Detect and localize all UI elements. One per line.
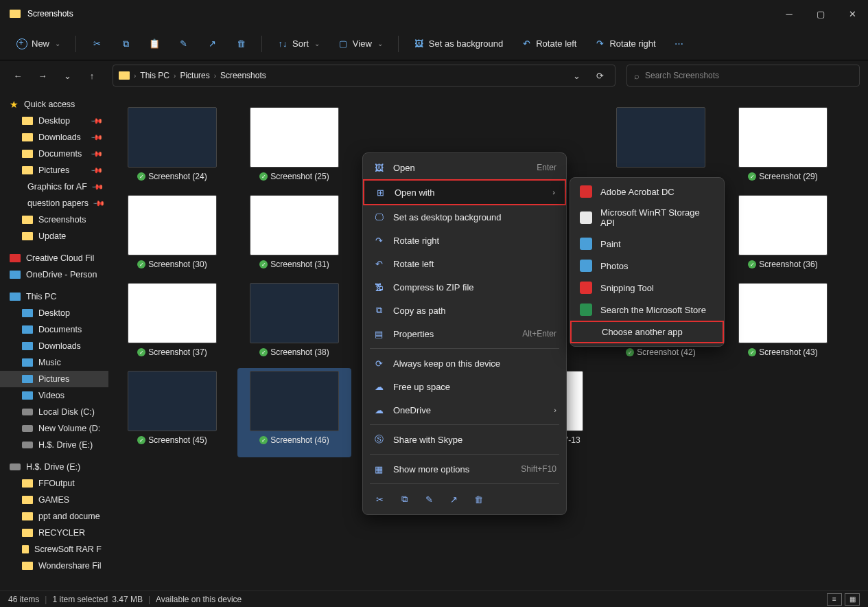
item-count: 46 items — [8, 595, 39, 604]
new-button[interactable]: New⌄ — [10, 34, 67, 54]
submenu-item[interactable]: Search the Microsoft Store — [570, 299, 724, 321]
thumbnails-view-button[interactable]: ▦ — [845, 593, 860, 606]
submenu-item[interactable]: Adobe Acrobat DC — [570, 181, 724, 203]
sidebar-item[interactable]: Pictures📌 — [0, 162, 108, 179]
recent-dropdown[interactable]: ⌄ — [58, 66, 77, 85]
paste-button[interactable]: 📋 — [142, 34, 167, 54]
file-item[interactable]: ✓Screenshot (38) — [237, 280, 351, 360]
sidebar-item[interactable]: Screenshots — [0, 211, 108, 228]
file-item[interactable]: ✓Screenshot (24) — [115, 104, 229, 184]
file-item[interactable]: ✓Screenshot (31) — [237, 192, 351, 272]
submenu-item[interactable]: Snipping Tool — [570, 277, 724, 299]
context-menu-item[interactable]: ☁Free up space — [363, 375, 566, 398]
search-box[interactable]: ⌕ — [626, 65, 860, 87]
breadcrumb-item[interactable]: This PC — [140, 71, 169, 80]
trash-icon[interactable]: 🗑 — [471, 492, 485, 506]
sidebar: ★Quick accessDesktop📌Downloads📌Documents… — [0, 91, 108, 591]
sidebar-item[interactable]: OneDrive - Person — [0, 266, 108, 283]
sidebar-item[interactable]: New Volume (D: — [0, 420, 108, 437]
forward-button[interactable]: → — [33, 66, 52, 85]
context-menu-item[interactable]: ⊞Open with› — [363, 179, 566, 205]
sidebar-item[interactable]: GAMES — [0, 492, 108, 508]
submenu-item[interactable]: Paint — [570, 233, 724, 255]
copy-icon[interactable]: ⧉ — [397, 492, 411, 506]
more-button[interactable]: ⋯ — [667, 34, 692, 54]
sidebar-item[interactable]: Downloads📌 — [0, 129, 108, 146]
breadcrumb-item[interactable]: Screenshots — [220, 71, 266, 80]
share-button[interactable]: ↗ — [200, 34, 224, 54]
file-item[interactable] — [604, 104, 718, 184]
context-menu-item[interactable]: ▤PropertiesAlt+Enter — [363, 322, 566, 345]
submenu-item[interactable]: Choose another app — [570, 321, 724, 343]
sidebar-item[interactable]: Documents — [0, 321, 108, 338]
rename-button[interactable]: ✎ — [171, 34, 196, 54]
context-menu-item[interactable]: 🗜Compress to ZIP file — [363, 275, 566, 299]
minimize-button[interactable]: ─ — [773, 0, 805, 27]
scissors-icon[interactable]: ✂ — [373, 492, 386, 506]
submenu-item[interactable]: Microsoft WinRT Storage API — [570, 203, 724, 233]
back-button[interactable]: ← — [8, 66, 27, 85]
sidebar-item[interactable]: question papers📌 — [0, 195, 108, 211]
details-view-button[interactable]: ≡ — [827, 593, 842, 606]
context-menu-item[interactable]: ⓈShare with Skype — [363, 428, 566, 451]
sidebar-item[interactable]: ppt and docume — [0, 508, 108, 525]
sidebar-item[interactable]: This PC — [0, 288, 108, 305]
set-background-button[interactable]: 🖼Set as background — [407, 34, 510, 54]
file-item[interactable]: ✓Screenshot (25) — [237, 104, 351, 184]
sidebar-item[interactable]: Videos — [0, 387, 108, 404]
sidebar-item[interactable]: Update — [0, 228, 108, 244]
file-item[interactable]: ✓Screenshot (30) — [115, 192, 229, 272]
sidebar-item[interactable]: Music — [0, 354, 108, 371]
file-item[interactable]: ✓Screenshot (36) — [726, 192, 840, 272]
sidebar-item[interactable]: Graphics for AF📌 — [0, 179, 108, 195]
context-menu-item[interactable]: 🖵Set as desktop background — [363, 205, 566, 229]
rotate-left-button[interactable]: ↶Rotate left — [514, 34, 583, 54]
context-menu-item[interactable]: ↷Rotate right — [363, 229, 566, 252]
context-menu-item[interactable]: ⧉Copy as path — [363, 299, 566, 322]
sidebar-item[interactable]: FFOutput — [0, 475, 108, 492]
context-menu-item[interactable]: 🖼OpenEnter — [363, 156, 566, 179]
refresh-button[interactable]: ⟳ — [590, 66, 609, 85]
sidebar-item[interactable]: Desktop📌 — [0, 113, 108, 129]
sidebar-item[interactable]: Creative Cloud Fil — [0, 250, 108, 266]
file-item[interactable]: ✓Screenshot (29) — [726, 104, 840, 184]
rename-icon[interactable]: ✎ — [422, 492, 436, 506]
sidebar-item[interactable]: Pictures — [0, 371, 108, 387]
sidebar-item[interactable]: Documents📌 — [0, 146, 108, 162]
app-icon — [580, 211, 592, 224]
context-menu-item[interactable]: ☁OneDrive› — [363, 398, 566, 422]
context-menu-item[interactable]: ▦Show more optionsShift+F10 — [363, 457, 566, 481]
sort-button[interactable]: ↑↓Sort⌄ — [270, 34, 327, 54]
share-icon[interactable]: ↗ — [447, 492, 460, 506]
sidebar-item[interactable]: Wondershare Fil — [0, 558, 108, 574]
submenu-item[interactable]: Photos — [570, 255, 724, 277]
sort-icon: ↑↓ — [277, 38, 288, 49]
file-item[interactable]: ✓Screenshot (45) — [115, 368, 229, 457]
close-button[interactable]: ✕ — [836, 0, 868, 27]
sidebar-item[interactable]: RECYCLER — [0, 525, 108, 541]
search-input[interactable] — [645, 71, 852, 80]
view-button[interactable]: ▢View⌄ — [331, 34, 390, 54]
sidebar-item[interactable]: Desktop — [0, 305, 108, 321]
breadcrumb-item[interactable]: Pictures — [180, 71, 209, 80]
sidebar-item[interactable]: Downloads — [0, 338, 108, 354]
copy-button[interactable]: ⧉ — [113, 34, 138, 54]
cut-button[interactable]: ✂ — [84, 34, 109, 54]
history-dropdown[interactable]: ⌄ — [567, 66, 586, 85]
sidebar-item[interactable]: H.$. Drive (E:) — [0, 459, 108, 475]
sync-icon: ✓ — [748, 172, 756, 181]
file-item[interactable]: ✓Screenshot (46) — [237, 368, 351, 457]
sidebar-item[interactable]: H.$. Drive (E:) — [0, 437, 108, 453]
sidebar-item[interactable]: ScrewSoft RAR F — [0, 541, 108, 558]
context-menu-item[interactable]: ⟳Always keep on this device — [363, 352, 566, 375]
up-button[interactable]: ↑ — [82, 66, 102, 85]
maximize-button[interactable]: ▢ — [805, 0, 836, 27]
sidebar-item[interactable]: ★Quick access — [0, 96, 108, 113]
rotate-right-button[interactable]: ↷Rotate right — [587, 34, 662, 54]
context-menu-item[interactable]: ↶Rotate left — [363, 252, 566, 275]
file-item[interactable]: ✓Screenshot (43) — [726, 280, 840, 360]
breadcrumb[interactable]: › This PC › Pictures › Screenshots ⌄ ⟳ — [113, 65, 615, 87]
sidebar-item[interactable]: Local Disk (C:) — [0, 404, 108, 420]
file-item[interactable]: ✓Screenshot (37) — [115, 280, 229, 360]
delete-button[interactable]: 🗑 — [228, 34, 253, 54]
